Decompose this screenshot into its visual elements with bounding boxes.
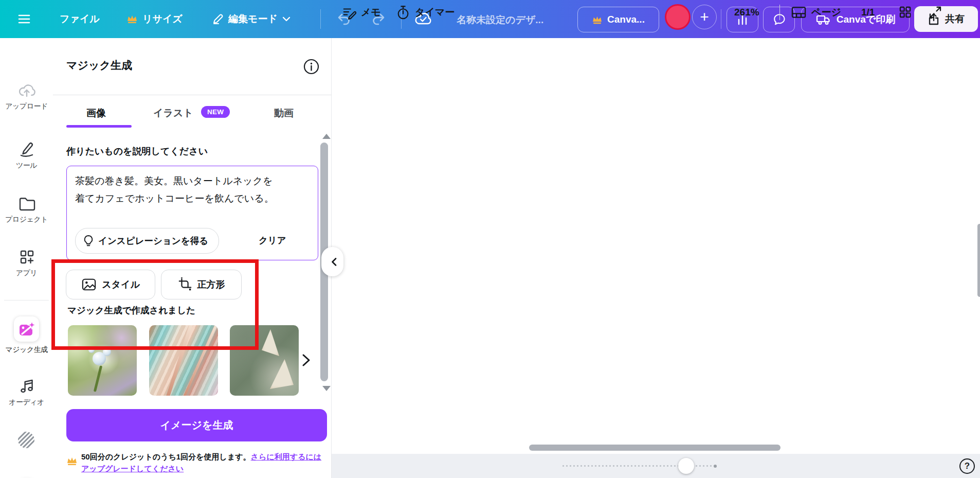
comments-button[interactable]: [763, 7, 795, 32]
timer-icon: [396, 5, 410, 20]
design-title[interactable]: 名称未設定のデザ...: [457, 13, 543, 27]
panel-scroll-down-arrow[interactable]: [322, 386, 331, 391]
generated-thumbnail-holographic[interactable]: [149, 325, 218, 396]
image-style-icon: [81, 277, 97, 292]
thumbnail-decor: [270, 359, 294, 389]
hatched-circle-icon: [17, 431, 35, 449]
sidebar-label-tools: ツール: [0, 161, 53, 170]
zoom-level-value: 261%: [734, 7, 759, 18]
music-note-icon: [17, 377, 36, 395]
user-avatar[interactable]: [665, 4, 691, 30]
help-button[interactable]: ?: [959, 458, 975, 474]
add-member-button[interactable]: +: [692, 5, 717, 29]
sidebar-item-uploads[interactable]: アップロード: [0, 82, 53, 111]
credit-text: 50回分のクレジットのうち1回分を使用します。: [81, 452, 251, 461]
style-button[interactable]: スタイル: [66, 270, 155, 299]
sidebar-label-magic-media: マジック生成: [0, 345, 53, 355]
thumbnails-next-button[interactable]: [300, 353, 312, 367]
expand-icon: [928, 5, 942, 20]
new-badge: NEW: [201, 106, 230, 118]
info-button[interactable]: [303, 59, 319, 75]
panel-scroll-up-arrow[interactable]: [322, 134, 331, 139]
notes-label: メモ: [361, 6, 381, 19]
aspect-ratio-button[interactable]: 正方形: [161, 270, 242, 299]
tab-image[interactable]: 画像: [86, 107, 106, 120]
lightbulb-icon: [83, 234, 94, 247]
pages-button[interactable]: ページ: [791, 0, 841, 24]
grid-view-icon: [898, 5, 912, 19]
chevron-left-icon: [331, 257, 338, 267]
generated-section-heading: マジック生成で作成されました: [67, 304, 195, 316]
sidebar-label-magic-media-wrap[interactable]: マジック生成: [0, 343, 53, 355]
toolbar-divider: [320, 9, 321, 29]
sidebar-label-uploads: アップロード: [0, 102, 53, 111]
notes-icon: [342, 5, 356, 20]
hamburger-menu-button[interactable]: [17, 7, 31, 31]
prompt-label: 作りたいものを説明してください: [66, 145, 208, 157]
notes-button[interactable]: メモ: [342, 0, 381, 24]
sidebar-item-tools[interactable]: ツール: [0, 140, 53, 170]
sidebar-item-audio[interactable]: オーディオ: [0, 377, 53, 407]
pencil-icon: [211, 13, 224, 25]
clear-button[interactable]: クリア: [259, 228, 286, 253]
statusbar-divider: [779, 5, 780, 20]
generated-thumbnail-dewdrop[interactable]: [68, 325, 137, 396]
thumbnail-decor: [94, 365, 102, 392]
chevron-right-icon: [300, 353, 312, 367]
panel-header-divider: [53, 95, 332, 95]
page-counter-value: 1/1: [861, 7, 875, 18]
edit-mode-button[interactable]: 編集モード: [211, 7, 291, 31]
panel-title: マジック生成: [66, 58, 132, 73]
resize-label: リサイズ: [142, 12, 183, 26]
prompt-textarea[interactable]: 茶髪の巻き髪。美女。黒いタートルネックを着てカフェでホットコーヒーを飲んでいる。…: [66, 166, 318, 260]
sidebar-label-audio: オーディオ: [0, 398, 53, 407]
generate-image-button[interactable]: イメージを生成: [66, 409, 327, 441]
zoom-level[interactable]: 261%: [734, 0, 759, 24]
pages-icon: [791, 6, 807, 19]
thumbnail-decor: [88, 347, 95, 353]
aspect-ratio-label: 正方形: [197, 278, 225, 291]
get-inspiration-button[interactable]: インスピレーションを得る: [75, 228, 219, 254]
crop-square-icon: [178, 277, 192, 292]
get-inspiration-label: インスピレーションを得る: [98, 235, 208, 247]
crown-icon: [66, 456, 78, 466]
chevron-down-icon: [282, 16, 291, 22]
canva-pro-button[interactable]: Canva...: [577, 7, 659, 32]
generated-thumbnail-marble[interactable]: [230, 325, 299, 396]
left-sidebar-rail: アップロード ツール プロジェクト アプリ マジック生成 オーディオ: [0, 38, 53, 478]
sidebar-item-projects[interactable]: プロジェクト: [0, 195, 53, 224]
resize-button[interactable]: リサイズ: [126, 7, 183, 31]
canvas-horizontal-scrollbar[interactable]: [529, 445, 781, 451]
pages-label: ページ: [811, 6, 841, 19]
tab-video[interactable]: 動画: [274, 107, 294, 120]
comment-icon: [772, 13, 786, 26]
fullscreen-button[interactable]: [928, 0, 942, 24]
folder-icon: [17, 195, 36, 213]
grid-view-button[interactable]: [898, 0, 912, 24]
file-menu-button[interactable]: ファイル: [60, 7, 100, 31]
toolbar-divider: [721, 9, 721, 29]
panel-collapse-handle[interactable]: [321, 247, 343, 276]
hamburger-icon: [17, 12, 31, 26]
style-button-label: スタイル: [102, 278, 140, 291]
timer-label: タイマー: [415, 6, 455, 19]
zoom-slider-knob[interactable]: [678, 458, 694, 474]
share-button[interactable]: 共有: [914, 6, 978, 32]
info-icon: [303, 59, 319, 75]
zoom-slider-end-dot: [714, 465, 717, 468]
sidebar-item-magic-media-active[interactable]: [14, 316, 39, 342]
sidebar-item-apps[interactable]: アプリ: [0, 247, 53, 278]
tab-illustration[interactable]: イラスト: [153, 107, 193, 120]
share-label: 共有: [945, 12, 965, 26]
timer-button[interactable]: タイマー: [396, 0, 455, 24]
prompt-text-value: 茶髪の巻き髪。美女。黒いタートルネックを着てカフェでホットコーヒーを飲んでいる。: [75, 172, 281, 207]
active-tab-underline: [66, 125, 132, 128]
canvas-vertical-scrollbar[interactable]: [977, 224, 980, 297]
sidebar-item-background[interactable]: [17, 431, 35, 449]
thumbnail-decor: [262, 329, 279, 356]
design-canvas[interactable]: [332, 38, 980, 454]
help-label: ?: [965, 461, 970, 471]
sidebar-label-projects: プロジェクト: [0, 215, 53, 224]
canva-pro-label: Canva...: [607, 14, 645, 25]
apps-icon: [17, 247, 36, 266]
